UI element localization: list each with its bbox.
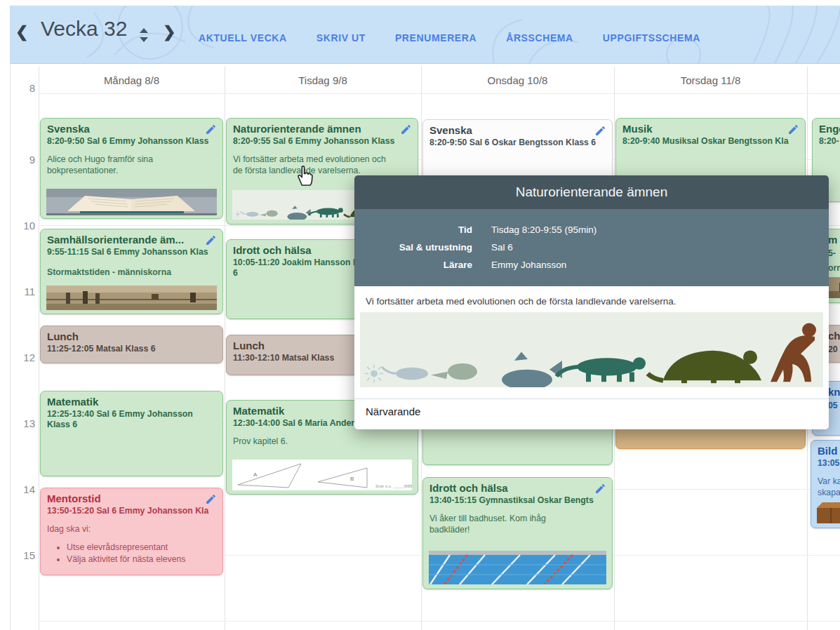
next-week-button[interactable]: ❯ bbox=[163, 23, 175, 41]
grid-line bbox=[39, 67, 39, 630]
svg-text:A: A bbox=[253, 471, 258, 478]
event-card-so-monday[interactable]: Samhällsorienterande äm... 9:55-11:15 Sa… bbox=[40, 229, 223, 314]
grid-line bbox=[39, 621, 840, 622]
hour-label: 15 bbox=[7, 549, 35, 561]
divider bbox=[354, 398, 829, 399]
svg-text:Svar s.o. ____ (888): Svar s.o. ____ (888) bbox=[375, 484, 412, 488]
schedule-app: ❮ Vecka 32 ❯ AKTUELL VECKA SKRIV UT PREN… bbox=[0, 0, 840, 630]
popup-header: Naturorienterande ämnen bbox=[354, 175, 829, 209]
detail-value: Tisdag 8:20-9:55 (95min) bbox=[491, 221, 596, 239]
historical-painting-image bbox=[46, 286, 217, 310]
open-book-image bbox=[46, 189, 217, 215]
event-card-mentorstid-monday[interactable]: Mentorstid 13:50-15:20 Sal 6 Emmy Johans… bbox=[40, 488, 223, 575]
toolbar-menu: AKTUELL VECKA SKRIV UT PRENUMERERA ÅRSSC… bbox=[199, 32, 700, 43]
day-header-tuesday: Tisdag 9/8 bbox=[225, 74, 421, 86]
previous-week-button[interactable]: ❮ bbox=[15, 23, 28, 41]
edit-icon[interactable] bbox=[594, 125, 606, 137]
popup-details: TidTisdag 8:20-9:55 (95min) Sal & utrust… bbox=[354, 209, 829, 286]
edit-icon[interactable] bbox=[205, 123, 217, 135]
day-header-thursday: Torsdag 11/8 bbox=[614, 74, 807, 86]
week-picker-icon[interactable] bbox=[138, 27, 149, 43]
day-header-wednesday: Onsdag 10/8 bbox=[421, 74, 614, 86]
menu-item-assignment-schedule[interactable]: UPPGIFTSSCHEMA bbox=[603, 32, 700, 43]
evolution-image bbox=[360, 312, 823, 390]
detail-label: Tid bbox=[354, 221, 472, 239]
event-card-svenska-monday[interactable]: Svenska 8:20-9:50 Sal 6 Emmy Johansson K… bbox=[40, 118, 223, 219]
detail-label: Lärare bbox=[354, 256, 472, 274]
hand-cursor-icon bbox=[291, 161, 316, 188]
menu-item-subscribe[interactable]: PRENUMERERA bbox=[395, 32, 476, 43]
event-detail-popup: Naturorienterande ämnen TidTisdag 8:20-9… bbox=[354, 175, 829, 429]
hour-label: 12 bbox=[7, 351, 35, 363]
menu-item-year-schedule[interactable]: ÅRSSCHEMA bbox=[506, 32, 573, 43]
edit-icon[interactable] bbox=[594, 483, 606, 495]
detail-value: Sal 6 bbox=[491, 239, 513, 256]
detail-value: Emmy Johansson bbox=[491, 256, 566, 274]
attendance-section-toggle[interactable]: Närvarande bbox=[366, 406, 420, 417]
day-header-monday: Måndag 8/8 bbox=[39, 74, 225, 86]
hour-label: 11 bbox=[7, 286, 35, 297]
event-card-bild-friday[interactable]: Bild 13:05 Var kaskapa bbox=[811, 440, 840, 528]
cardboard-fragment-image bbox=[817, 502, 840, 523]
hour-label: 10 bbox=[7, 220, 35, 232]
event-card-lunch-monday[interactable]: Lunch 11:25-12:05 Matsal Klass 6 bbox=[40, 326, 223, 363]
popup-title: Naturorienterande ämnen bbox=[516, 185, 668, 200]
detail-label: Sal & utrustning bbox=[354, 239, 472, 256]
grid-line bbox=[10, 63, 11, 630]
triangles-worksheet-image: A B Svar s.o. ____ (888) bbox=[232, 460, 412, 490]
bullet-list: Utse elevrådsrepresentant Välja aktivite… bbox=[67, 542, 216, 565]
menu-item-current-week[interactable]: AKTUELL VECKA bbox=[199, 32, 287, 43]
edit-icon[interactable] bbox=[205, 234, 217, 246]
event-card-matematik-monday[interactable]: Matematik 12:25-13:40 Sal 6 Emmy Johanss… bbox=[40, 391, 223, 476]
week-title: Vecka 32 bbox=[41, 17, 127, 41]
grid-line bbox=[225, 67, 225, 630]
menu-item-print[interactable]: SKRIV UT bbox=[316, 32, 366, 43]
hour-label: 9 bbox=[7, 154, 35, 166]
event-card-idrott-wednesday[interactable]: Idrott och hälsa 13:40-15:15 Gymnastiksa… bbox=[422, 477, 613, 589]
edit-icon[interactable] bbox=[400, 123, 412, 135]
svg-text:B: B bbox=[350, 476, 354, 482]
hour-label: 14 bbox=[7, 483, 35, 495]
hour-label: 13 bbox=[7, 417, 35, 429]
grid-line bbox=[39, 93, 840, 94]
swimming-pool-image bbox=[429, 551, 606, 584]
edit-icon[interactable] bbox=[205, 493, 217, 505]
hour-label: 8 bbox=[7, 82, 35, 94]
popup-body: Vi fortsätter arbeta med evolutionen och… bbox=[354, 286, 829, 390]
edit-icon[interactable] bbox=[787, 123, 799, 135]
